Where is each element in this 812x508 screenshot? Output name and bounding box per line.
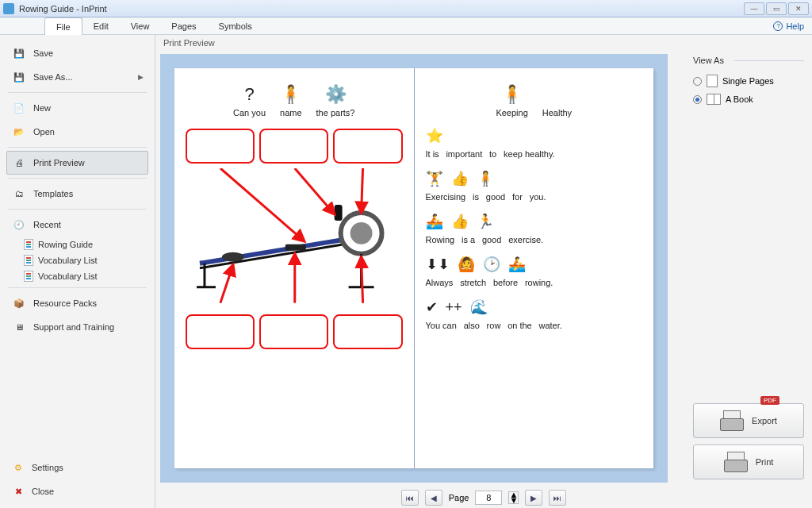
templates-icon: 🗂 [11,187,27,201]
menu-symbols[interactable]: Symbols [208,17,263,34]
prev-page-button[interactable]: ◀ [425,490,442,506]
separator [8,209,147,210]
sidebar-label: Templates [33,189,73,198]
sidebar-label: Resource Packs [33,298,97,308]
word: Always [426,278,454,287]
answer-box[interactable] [186,314,255,349]
recent-item[interactable]: Vocabulary List [21,268,148,284]
sidebar-item-open[interactable]: 📂 Open [6,120,148,144]
sidebar-item-support[interactable]: 🖥 Support and Training [6,315,148,339]
sidebar-item-settings[interactable]: ⚙ Settings [6,456,148,479]
sentence-row: ✔ ++ 🌊 [426,297,643,318]
rowing-machine-diagram [186,168,403,303]
maximize-button[interactable]: ▭ [766,2,787,15]
svg-line-12 [295,168,335,214]
export-button[interactable]: PDF Export [693,403,804,438]
sidebar-item-save-as[interactable]: 💾 Save As... ▶ [6,65,148,89]
word: Keeping [496,108,527,117]
word: stretch [460,278,486,287]
preview-viewport[interactable]: ?Can you 🧍name ⚙️the parts? [155,49,685,487]
save-icon: 💾 [11,46,27,60]
sidebar-item-resource-packs[interactable]: 📦 Resource Packs [6,291,148,315]
radio-label: Single Pages [722,76,774,86]
answer-box[interactable] [186,129,255,164]
sidebar-item-save[interactable]: 💾 Save [6,41,148,65]
word: You can [426,321,457,330]
document-icon [24,271,33,282]
answer-box[interactable] [333,129,402,164]
symbol-stretch: 🙆 [458,254,475,275]
sidebar-label: Support and Training [33,322,114,332]
save-as-icon: 💾 [11,70,27,84]
sidebar-label: Open [33,127,55,137]
document-icon [24,255,33,266]
sentence-row: ⬇⬇ 🙆 🕑 🚣 [426,254,643,275]
sidebar-label: Close [32,487,54,496]
page-label: Page [449,493,469,502]
sidebar-item-new[interactable]: 📄 New [6,96,148,120]
sidebar-label: Save [33,48,53,58]
button-label: Export [752,416,777,425]
sidebar-item-recent[interactable]: 🕘 Recent [6,213,148,237]
menu-file[interactable]: File [44,17,82,35]
word: before [493,278,518,287]
page-number-input[interactable] [475,491,502,505]
recent-item[interactable]: Rowing Guide [21,237,148,252]
first-page-button[interactable]: ⏮ [401,490,419,506]
radio-label: A Book [726,94,753,104]
sidebar-item-print-preview[interactable]: 🖨 Print Preview [6,151,148,175]
sidebar-label: Print Preview [33,158,85,167]
page-left: ?Can you 🧍name ⚙️the parts? [174,68,414,468]
word: keep healthy. [504,149,555,159]
symbol-rowing: 🚣 [426,211,443,232]
menubar: File Edit View Pages Symbols ? Help [0,17,812,35]
svg-line-0 [200,240,344,264]
svg-line-16 [362,257,363,303]
symbol-keeping: 🧍Keeping [496,83,527,117]
menu-pages[interactable]: Pages [160,17,207,34]
page-stepper[interactable]: ▲▼ [508,491,519,504]
recent-list: Rowing Guide Vocabulary List Vocabulary … [6,237,148,284]
last-page-button[interactable]: ⏭ [549,490,566,506]
page-background: ?Can you 🧍name ⚙️the parts? [160,54,668,483]
main-area: Print Preview ?Can you 🧍name ⚙️the parts… [155,35,812,508]
sentence: Rowing is a good exercise. [426,235,643,244]
sentence: You can also row on the water. [426,321,643,330]
new-icon: 📄 [11,101,27,115]
answer-boxes-top [186,129,403,164]
symbol-parts: ⚙️the parts? [316,83,355,117]
word: name [280,108,302,117]
recent-label: Vocabulary List [38,256,98,265]
book-icon [707,94,721,105]
help-icon: ? [773,21,783,31]
pager-bar: ⏮ ◀ Page ▲▼ ▶ ⏭ [155,487,812,508]
menu-edit[interactable]: Edit [82,17,120,34]
recent-item[interactable]: Vocabulary List [21,252,148,268]
sidebar-label: Recent [33,220,61,229]
symbol-healthy: Healthy [542,83,572,117]
open-icon: 📂 [11,125,27,139]
right-panel: View As Single Pages A Book PDF Export [685,49,812,487]
print-preview-icon: 🖨 [11,156,27,170]
radio-icon [693,95,702,104]
symbol-exercising: 🏋️ [426,168,443,189]
answer-box[interactable] [259,129,328,164]
paper-spread: ?Can you 🧍name ⚙️the parts? [174,68,653,468]
symbol-also: ++ [446,297,462,318]
word: is [473,192,479,202]
minimize-button[interactable]: — [744,2,764,15]
sentence-row: ⭐ [426,125,643,146]
radio-a-book[interactable]: A Book [693,90,804,108]
separator [8,178,147,179]
print-button[interactable]: Print [693,444,804,479]
menu-view[interactable]: View [120,17,161,34]
svg-line-14 [220,265,233,303]
close-window-button[interactable]: ✕ [788,2,809,15]
radio-single-pages[interactable]: Single Pages [693,71,804,90]
next-page-button[interactable]: ▶ [525,490,542,506]
answer-box[interactable] [259,314,328,349]
sidebar-item-close[interactable]: ✖ Close [6,479,148,503]
help-link[interactable]: ? Help [765,17,812,34]
answer-box[interactable] [333,314,402,349]
sidebar-item-templates[interactable]: 🗂 Templates [6,182,148,206]
